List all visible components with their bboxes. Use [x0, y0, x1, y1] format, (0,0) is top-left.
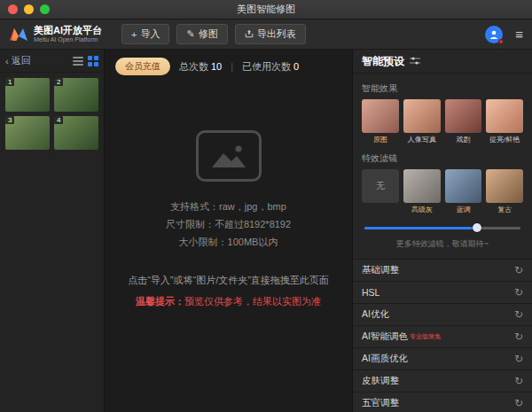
user-avatar[interactable]: [485, 26, 503, 43]
section-skin-adjust[interactable]: 皮肤调整↻: [353, 370, 532, 393]
reset-icon[interactable]: ↻: [514, 353, 523, 365]
left-panel-toolbar: ‹ 返回: [0, 50, 104, 73]
effect-brighten[interactable]: 提亮/鲜艳: [486, 99, 523, 144]
effect-thumb: [403, 99, 441, 133]
minimize-window-button[interactable]: [24, 4, 34, 14]
retouch-button[interactable]: ✎ 修图: [176, 24, 227, 44]
filter-none[interactable]: 无: [362, 169, 399, 214]
notification-dot: [498, 39, 504, 44]
image-thumbnail[interactable]: 1: [5, 78, 50, 112]
view-toggle: [73, 56, 98, 66]
dimension-limit: 尺寸限制：不超过8192*8192: [166, 215, 291, 233]
pencil-icon: ✎: [186, 28, 194, 40]
preset-body: 智能效果 原图 人像写真 戏剧 提亮/鲜艳 特效滤镜 无 高级灰 蓝调 复古: [353, 74, 532, 259]
image-thumbnail-grid: 1 2 3 4: [0, 73, 104, 155]
pro-free-badge: 专业版限免: [410, 332, 441, 341]
right-panel: 智能预设 智能效果 原图 人像写真 戏剧 提亮/鲜艳 特效滤镜 无 高级灰: [352, 50, 532, 412]
traffic-lights: [0, 4, 50, 14]
back-button[interactable]: ‹ 返回: [5, 54, 31, 67]
effect-thumb: [445, 99, 482, 133]
brand: 美图AI开放平台 Meitu AI Open Platform: [9, 25, 102, 43]
effect-thumb: [362, 99, 399, 133]
export-list-button[interactable]: 导出列表: [235, 24, 306, 44]
image-placeholder-icon: [196, 130, 262, 182]
used-count: 已使用次数0: [242, 60, 299, 74]
count-divider: |: [231, 61, 233, 72]
reset-icon[interactable]: ↻: [514, 308, 523, 321]
app-window: 美图智能修图 美图AI开放平台 Meitu AI Open Platform +…: [0, 0, 532, 412]
import-button[interactable]: + 导入: [121, 24, 169, 44]
effect-portrait[interactable]: 人像写真: [403, 99, 441, 144]
filter-thumb: [445, 169, 482, 203]
section-ai-quality[interactable]: AI画质优化↻: [353, 348, 532, 370]
warm-tip-text: 预览仅供参考，结果以实图为准: [184, 296, 321, 307]
smart-effects-row: 原图 人像写真 戏剧 提亮/鲜艳: [362, 99, 523, 144]
sliders-icon: [410, 57, 420, 66]
effect-thumb: [486, 99, 523, 133]
section-basic-adjust[interactable]: 基础调整↻: [353, 260, 532, 282]
preset-title: 智能预设: [362, 54, 404, 69]
left-panel: ‹ 返回 1 2 3 4: [0, 50, 105, 412]
reset-icon[interactable]: ↻: [514, 375, 523, 387]
plus-icon: +: [131, 29, 137, 40]
reset-icon[interactable]: ↻: [514, 397, 523, 409]
filters-label: 特效滤镜: [362, 152, 523, 165]
adjustment-sections: 基础调整↻ HSL↻ AI优化↻ AI智能调色专业版限免↻ AI画质优化↻ 皮肤…: [353, 259, 532, 412]
preset-panel-header: 智能预设: [353, 50, 532, 74]
reset-icon[interactable]: ↻: [514, 286, 523, 299]
zoom-window-button[interactable]: [40, 4, 50, 14]
filter-advanced-gray[interactable]: 高级灰: [403, 169, 441, 214]
close-window-button[interactable]: [8, 4, 18, 14]
back-label: 返回: [12, 54, 31, 67]
upload-limits: 支持格式：raw，jpg，bmp 尺寸限制：不超过8192*8192 大小限制：…: [166, 198, 291, 251]
export-list-icon: [245, 29, 254, 40]
image-thumbnail[interactable]: 4: [54, 116, 98, 150]
person-icon: [489, 29, 499, 40]
slider-fill: [364, 227, 477, 229]
hamburger-menu-icon[interactable]: ≡: [515, 27, 523, 42]
retouch-label: 修图: [199, 27, 218, 41]
thumbnail-number: 4: [54, 116, 63, 124]
grid-view-icon[interactable]: [88, 56, 98, 66]
warm-tip-label: 温馨提示：: [136, 296, 184, 307]
section-hsl[interactable]: HSL↻: [353, 282, 532, 304]
image-thumbnail[interactable]: 3: [5, 116, 50, 150]
titlebar: 美图智能修图: [0, 0, 532, 19]
image-thumbnail[interactable]: 2: [54, 78, 98, 112]
filter-strength-slider[interactable]: [364, 227, 520, 229]
filesize-limit: 大小限制：100MB以内: [166, 233, 291, 251]
warm-tip: 温馨提示：预览仅供参考，结果以实图为准: [136, 295, 321, 308]
smart-effects-label: 智能效果: [362, 82, 523, 95]
slider-knob[interactable]: [473, 223, 481, 232]
meitu-logo-icon: [9, 26, 28, 43]
import-label: 导入: [140, 27, 160, 41]
back-chevron-icon: ‹: [5, 56, 9, 66]
window-title: 美图智能修图: [0, 3, 532, 16]
section-ai-optimize[interactable]: AI优化↻: [353, 304, 532, 326]
export-list-label: 导出列表: [257, 27, 296, 41]
filters-row: 无 高级灰 蓝调 复古: [362, 169, 523, 214]
reset-icon[interactable]: ↻: [514, 264, 523, 276]
section-face-adjust[interactable]: 五官调整↻: [353, 393, 532, 412]
total-count: 总次数10: [179, 60, 222, 74]
drop-zone[interactable]: 会员充值 总次数10 | 已使用次数0 支持格式：raw，jpg，bmp 尺寸限…: [105, 50, 352, 412]
thumbnail-number: 1: [5, 78, 14, 86]
more-filters-hint: 更多特效滤镜，敬请期待~: [362, 238, 523, 250]
list-view-icon[interactable]: [73, 57, 83, 66]
filter-thumb: [486, 169, 523, 203]
filter-blue-tone[interactable]: 蓝调: [445, 169, 482, 214]
filter-thumb: [403, 169, 441, 203]
format-limit: 支持格式：raw，jpg，bmp: [166, 198, 291, 215]
content: ‹ 返回 1 2 3 4 会员充值 总次数10: [0, 50, 532, 412]
brand-text: 美图AI开放平台 Meitu AI Open Platform: [34, 25, 102, 43]
thumbnail-number: 3: [5, 116, 14, 124]
reset-icon[interactable]: ↻: [514, 330, 523, 343]
effect-original[interactable]: 原图: [362, 99, 399, 144]
brand-subtitle: Meitu AI Open Platform: [34, 35, 102, 43]
brand-name: 美图AI开放平台: [34, 25, 102, 35]
section-ai-color[interactable]: AI智能调色专业版限免↻: [353, 326, 532, 348]
effect-drama[interactable]: 戏剧: [445, 99, 482, 144]
filter-retro[interactable]: 复古: [486, 169, 523, 214]
member-recharge-button[interactable]: 会员充值: [115, 58, 170, 75]
thumbnail-number: 2: [54, 78, 63, 86]
